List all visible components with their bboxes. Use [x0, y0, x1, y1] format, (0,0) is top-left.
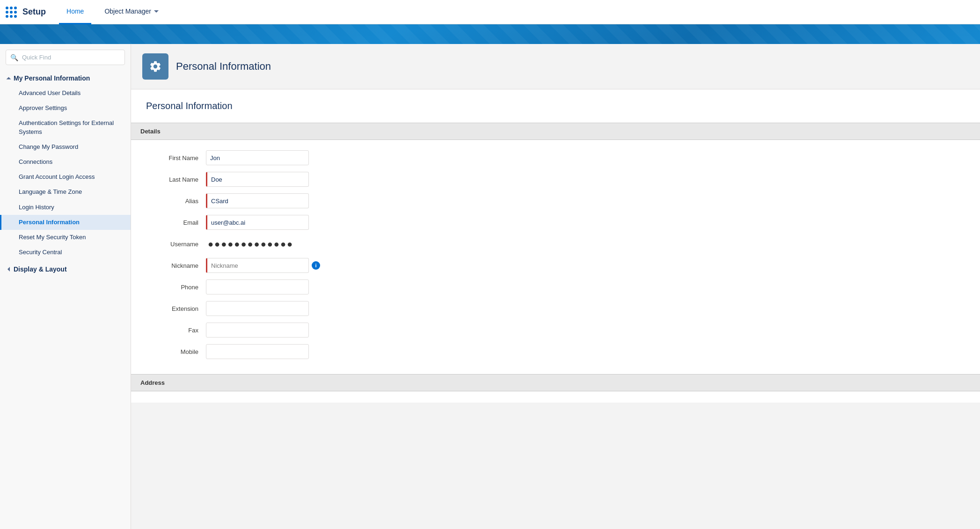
- sidebar-section-display-layout[interactable]: Display & Layout: [0, 262, 131, 277]
- nickname-row: i: [206, 258, 320, 273]
- form-row-username: Username ●●●●●●●●●●●●●: [150, 235, 961, 252]
- form-heading: Personal Information: [146, 101, 965, 111]
- form-heading-container: Personal Information: [131, 89, 980, 123]
- form-row-extension: Extension: [150, 300, 961, 317]
- form-fields: First Name Last Name Alias Email: [131, 140, 980, 374]
- sidebar-section-my-personal-info[interactable]: My Personal Information: [0, 71, 131, 86]
- input-first-name[interactable]: [206, 150, 309, 165]
- sidebar-item-language-time-zone[interactable]: Language & Time Zone: [0, 184, 131, 199]
- address-section-bar: Address: [131, 374, 980, 391]
- sidebar-item-auth-settings[interactable]: Authentication Settings for External Sys…: [0, 116, 131, 139]
- details-section-bar: Details: [131, 123, 980, 140]
- form-container: Personal Information Details First Name …: [131, 89, 980, 403]
- page-header: Personal Information: [131, 44, 980, 89]
- label-extension: Extension: [150, 305, 206, 312]
- label-fax: Fax: [150, 327, 206, 334]
- sidebar-item-connections[interactable]: Connections: [0, 154, 131, 169]
- sidebar-item-grant-account-login[interactable]: Grant Account Login Access: [0, 169, 131, 184]
- page-title: Personal Information: [176, 60, 271, 73]
- label-username: Username: [150, 241, 206, 248]
- tab-object-manager-label: Object Manager: [104, 7, 151, 15]
- label-email: Email: [150, 219, 206, 226]
- sidebar-item-advanced-user-details[interactable]: Advanced User Details: [0, 86, 131, 101]
- form-row-email: Email: [150, 214, 961, 231]
- search-input[interactable]: [6, 50, 125, 65]
- input-fax[interactable]: [206, 323, 309, 338]
- sidebar-search-container: 🔍: [6, 50, 125, 65]
- search-icon: 🔍: [10, 54, 18, 61]
- info-button[interactable]: i: [312, 261, 320, 270]
- tab-object-manager[interactable]: Object Manager: [97, 0, 166, 24]
- form-row-fax: Fax: [150, 322, 961, 338]
- main-layout: 🔍 My Personal Information Advanced User …: [0, 44, 980, 529]
- page-icon: [142, 53, 168, 80]
- form-row-phone: Phone: [150, 279, 961, 295]
- label-alias: Alias: [150, 198, 206, 205]
- label-mobile: Mobile: [150, 348, 206, 355]
- input-alias[interactable]: [206, 193, 309, 208]
- sidebar-item-login-history[interactable]: Login History: [0, 200, 131, 215]
- label-nickname: Nickname: [150, 262, 206, 269]
- input-last-name[interactable]: [206, 172, 309, 187]
- form-row-first-name: First Name: [150, 149, 961, 166]
- sidebar-item-personal-information[interactable]: Personal Information: [0, 215, 131, 230]
- input-nickname[interactable]: [206, 258, 309, 273]
- sidebar-item-reset-security-token[interactable]: Reset My Security Token: [0, 230, 131, 245]
- form-row-nickname: Nickname i: [150, 257, 961, 274]
- sidebar-section-label: My Personal Information: [14, 74, 90, 82]
- value-username: ●●●●●●●●●●●●●: [206, 239, 293, 250]
- gear-icon: [149, 60, 162, 73]
- wavy-banner: [0, 24, 980, 44]
- tab-home[interactable]: Home: [59, 0, 91, 24]
- form-row-last-name: Last Name: [150, 171, 961, 188]
- label-first-name: First Name: [150, 154, 206, 162]
- label-last-name: Last Name: [150, 176, 206, 183]
- expand-icon2: [7, 267, 10, 272]
- expand-icon: [7, 77, 11, 80]
- sidebar: 🔍 My Personal Information Advanced User …: [0, 44, 131, 529]
- input-phone[interactable]: [206, 279, 309, 294]
- top-nav: Setup Home Object Manager: [0, 0, 980, 24]
- sidebar-item-change-password[interactable]: Change My Password: [0, 140, 131, 154]
- tab-object-manager-chevron-icon: [154, 10, 159, 13]
- app-launcher-button[interactable]: [6, 7, 17, 18]
- form-row-mobile: Mobile: [150, 343, 961, 360]
- sidebar-item-approver-settings[interactable]: Approver Settings: [0, 101, 131, 116]
- input-mobile[interactable]: [206, 344, 309, 359]
- input-extension[interactable]: [206, 301, 309, 316]
- sidebar-item-security-central[interactable]: Security Central: [0, 245, 131, 260]
- label-phone: Phone: [150, 284, 206, 291]
- form-row-alias: Alias: [150, 192, 961, 209]
- sidebar-section-display-label: Display & Layout: [14, 265, 67, 273]
- content-area: Personal Information Personal Informatio…: [131, 44, 980, 529]
- input-email[interactable]: [206, 215, 309, 230]
- brand-label: Setup: [22, 7, 46, 17]
